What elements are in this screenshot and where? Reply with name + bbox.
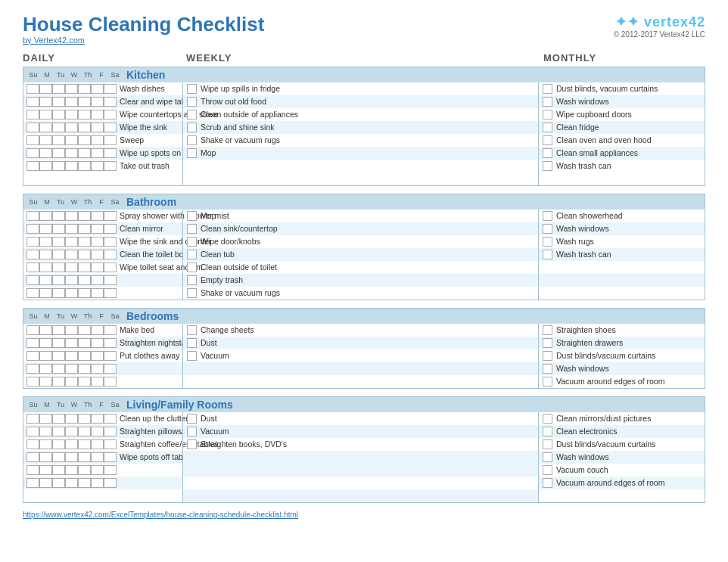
day-checkbox[interactable] — [91, 224, 104, 234]
day-checkbox[interactable] — [52, 351, 65, 361]
monthly-checkbox[interactable] — [543, 84, 552, 94]
day-checkbox[interactable] — [65, 97, 78, 107]
day-checkbox[interactable] — [78, 123, 91, 132]
day-checkbox[interactable] — [91, 135, 104, 145]
day-checkbox[interactable] — [52, 478, 65, 488]
day-checkbox[interactable] — [78, 465, 91, 475]
day-checkbox[interactable] — [26, 364, 39, 374]
day-checkbox[interactable] — [104, 97, 117, 107]
day-checkbox[interactable] — [104, 364, 117, 374]
weekly-checkbox[interactable] — [187, 135, 197, 145]
monthly-checkbox[interactable] — [543, 364, 552, 374]
day-checkbox[interactable] — [91, 338, 104, 348]
day-checkbox[interactable] — [26, 211, 39, 221]
day-checkbox[interactable] — [65, 123, 78, 132]
day-checkbox[interactable] — [78, 161, 91, 171]
day-checkbox[interactable] — [65, 275, 78, 285]
day-checkbox[interactable] — [26, 452, 39, 462]
day-checkbox[interactable] — [91, 288, 104, 298]
day-checkbox[interactable] — [26, 275, 39, 285]
day-checkbox[interactable] — [104, 288, 117, 298]
day-checkbox[interactable] — [91, 452, 104, 462]
day-checkbox[interactable] — [39, 211, 52, 221]
monthly-checkbox[interactable] — [543, 224, 552, 234]
day-checkbox[interactable] — [26, 161, 39, 171]
day-checkbox[interactable] — [104, 224, 117, 234]
day-checkbox[interactable] — [26, 439, 39, 449]
weekly-checkbox[interactable] — [187, 351, 197, 361]
day-checkbox[interactable] — [104, 161, 117, 171]
day-checkbox[interactable] — [39, 110, 52, 120]
weekly-checkbox[interactable] — [187, 237, 197, 247]
day-checkbox[interactable] — [52, 325, 65, 335]
day-checkbox[interactable] — [65, 325, 78, 335]
day-checkbox[interactable] — [26, 351, 39, 361]
day-checkbox[interactable] — [65, 135, 78, 145]
weekly-checkbox[interactable] — [187, 250, 197, 259]
day-checkbox[interactable] — [104, 427, 117, 436]
monthly-checkbox[interactable] — [543, 237, 552, 247]
day-checkbox[interactable] — [104, 211, 117, 221]
weekly-checkbox[interactable] — [187, 338, 197, 348]
day-checkbox[interactable] — [91, 351, 104, 361]
day-checkbox[interactable] — [26, 224, 39, 234]
day-checkbox[interactable] — [91, 161, 104, 171]
day-checkbox[interactable] — [104, 465, 117, 475]
day-checkbox[interactable] — [91, 211, 104, 221]
day-checkbox[interactable] — [39, 123, 52, 132]
day-checkbox[interactable] — [65, 338, 78, 348]
day-checkbox[interactable] — [104, 84, 117, 94]
day-checkbox[interactable] — [91, 465, 104, 475]
day-checkbox[interactable] — [65, 377, 78, 387]
day-checkbox[interactable] — [52, 452, 65, 462]
day-checkbox[interactable] — [52, 224, 65, 234]
day-checkbox[interactable] — [78, 338, 91, 348]
day-checkbox[interactable] — [39, 262, 52, 272]
day-checkbox[interactable] — [52, 439, 65, 449]
weekly-checkbox[interactable] — [187, 97, 197, 107]
day-checkbox[interactable] — [78, 351, 91, 361]
day-checkbox[interactable] — [65, 161, 78, 171]
day-checkbox[interactable] — [65, 262, 78, 272]
day-checkbox[interactable] — [91, 110, 104, 120]
day-checkbox[interactable] — [78, 439, 91, 449]
day-checkbox[interactable] — [39, 414, 52, 424]
day-checkbox[interactable] — [104, 148, 117, 158]
day-checkbox[interactable] — [39, 452, 52, 462]
day-checkbox[interactable] — [91, 262, 104, 272]
weekly-checkbox[interactable] — [187, 84, 197, 94]
day-checkbox[interactable] — [78, 110, 91, 120]
day-checkbox[interactable] — [78, 364, 91, 374]
day-checkbox[interactable] — [52, 427, 65, 436]
monthly-checkbox[interactable] — [543, 439, 552, 449]
weekly-checkbox[interactable] — [187, 325, 197, 335]
monthly-checkbox[interactable] — [543, 97, 552, 107]
day-checkbox[interactable] — [65, 250, 78, 259]
day-checkbox[interactable] — [26, 237, 39, 247]
day-checkbox[interactable] — [104, 377, 117, 387]
day-checkbox[interactable] — [39, 161, 52, 171]
day-checkbox[interactable] — [26, 465, 39, 475]
day-checkbox[interactable] — [104, 275, 117, 285]
day-checkbox[interactable] — [78, 478, 91, 488]
day-checkbox[interactable] — [26, 325, 39, 335]
day-checkbox[interactable] — [65, 211, 78, 221]
day-checkbox[interactable] — [39, 288, 52, 298]
day-checkbox[interactable] — [104, 452, 117, 462]
day-checkbox[interactable] — [78, 148, 91, 158]
weekly-checkbox[interactable] — [187, 427, 197, 436]
day-checkbox[interactable] — [26, 262, 39, 272]
day-checkbox[interactable] — [39, 275, 52, 285]
weekly-checkbox[interactable] — [187, 224, 197, 234]
day-checkbox[interactable] — [39, 465, 52, 475]
day-checkbox[interactable] — [65, 465, 78, 475]
monthly-checkbox[interactable] — [543, 250, 552, 259]
day-checkbox[interactable] — [52, 148, 65, 158]
day-checkbox[interactable] — [104, 123, 117, 132]
day-checkbox[interactable] — [65, 478, 78, 488]
footer-url[interactable]: https://www.vertex42.com/ExcelTemplates/… — [23, 511, 705, 519]
day-checkbox[interactable] — [65, 84, 78, 94]
day-checkbox[interactable] — [65, 224, 78, 234]
day-checkbox[interactable] — [78, 250, 91, 259]
day-checkbox[interactable] — [39, 135, 52, 145]
